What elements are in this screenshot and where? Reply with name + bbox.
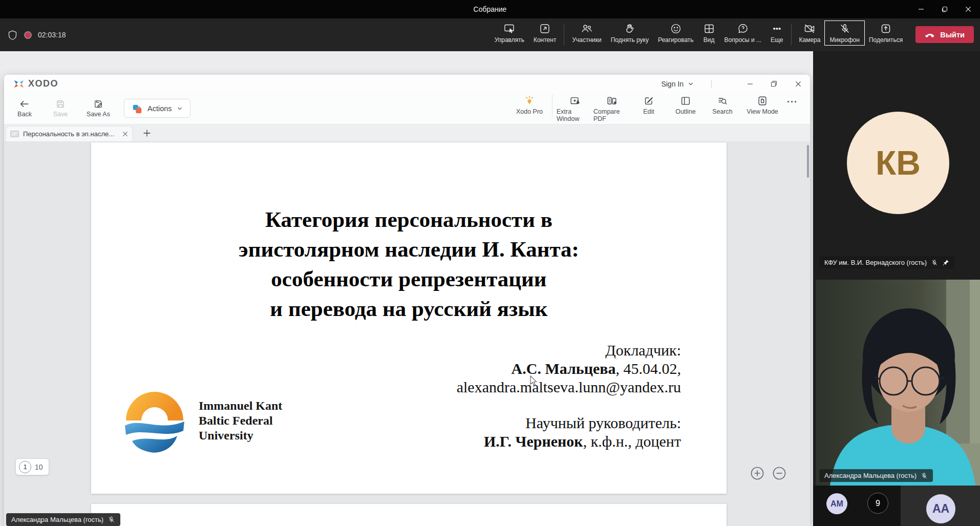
zoom-in-button[interactable] bbox=[750, 466, 764, 480]
university-name-line: Baltic Federal bbox=[199, 413, 282, 428]
xodo-window-controls bbox=[738, 75, 810, 93]
zoom-out-button[interactable] bbox=[772, 466, 786, 480]
extra-window-button[interactable]: Extra Window bbox=[557, 94, 593, 122]
pdf-page-2 bbox=[91, 504, 727, 526]
chevron-down-icon[interactable] bbox=[688, 81, 694, 87]
xodo-window: XODO Sign In bbox=[4, 75, 810, 526]
kb-name: КФУ им. В.И. Вернадского (гость) bbox=[824, 259, 927, 266]
camera-button[interactable]: Камера bbox=[795, 21, 825, 45]
share-screen-button[interactable]: Поделиться bbox=[864, 21, 907, 45]
document-tab[interactable]: Персональность в эп.насле... bbox=[6, 126, 133, 141]
back-button[interactable]: Back bbox=[12, 99, 37, 118]
participant-video-tile[interactable]: Александра Мальцева (гость) bbox=[816, 280, 980, 486]
xodo-close-button[interactable] bbox=[786, 75, 810, 93]
teams-toolbar-buttons: Управлять Контент Участники Поднять руку… bbox=[490, 18, 980, 46]
current-page-badge: 1 bbox=[19, 461, 31, 473]
xodo-more-button[interactable]: ... bbox=[784, 94, 803, 112]
outline-label: Outline bbox=[675, 108, 696, 115]
kb-initials: КВ bbox=[876, 143, 921, 182]
minimize-icon bbox=[918, 6, 924, 12]
xodo-minimize-button[interactable] bbox=[738, 75, 762, 93]
back-arrow-icon bbox=[19, 99, 30, 109]
new-tab-button[interactable] bbox=[140, 127, 154, 139]
slide-title-line: и перевода на русский язык bbox=[91, 294, 727, 324]
search-label: Search bbox=[712, 108, 733, 115]
participants-button[interactable]: Участники bbox=[567, 21, 606, 45]
participant-kb-pill: КФУ им. В.И. Вернадского (гость) bbox=[819, 256, 954, 269]
qa-button[interactable]: Вопросы и ... bbox=[720, 21, 766, 45]
mouse-cursor bbox=[530, 375, 539, 387]
content-label: Контент bbox=[534, 36, 556, 44]
actions-button[interactable]: Actions bbox=[124, 99, 190, 118]
react-button[interactable]: Реагировать bbox=[653, 21, 698, 45]
speaker-email: alexandra.maltseva.lunn@yandex.ru bbox=[457, 378, 681, 396]
presenter-name-pill: Александра Мальцева (гость) bbox=[6, 513, 120, 526]
view-mode-button[interactable]: View Mode bbox=[741, 94, 784, 115]
minimize-button[interactable] bbox=[909, 0, 933, 18]
slide-title-line: эпистолярном наследии И. Канта: bbox=[91, 235, 727, 264]
xodo-pro-button[interactable]: Xodo Pro bbox=[511, 94, 548, 115]
edit-label: Edit bbox=[643, 108, 654, 115]
xodo-titlebar: XODO Sign In bbox=[4, 75, 810, 93]
am-initials: AM bbox=[830, 499, 843, 509]
meeting-status: 02:03:18 bbox=[7, 18, 66, 51]
tab-close-icon[interactable] bbox=[122, 131, 128, 137]
content-button[interactable]: Контент bbox=[529, 21, 561, 45]
more-button[interactable]: ••• Еще bbox=[766, 21, 787, 45]
save-as-icon bbox=[93, 99, 103, 109]
document-thumbnail-icon bbox=[10, 131, 19, 137]
xodo-app-name: XODO bbox=[28, 78, 58, 89]
camera-off-icon bbox=[803, 23, 816, 35]
plus-icon bbox=[143, 129, 151, 137]
manage-button[interactable]: Управлять bbox=[490, 21, 529, 45]
question-chat-icon bbox=[737, 23, 749, 35]
more-participants-badge[interactable]: 9 bbox=[867, 493, 888, 514]
compare-pdf-button[interactable]: Compare PDF bbox=[593, 94, 630, 122]
screen-share-area: XODO Sign In bbox=[0, 51, 813, 526]
hang-up-icon bbox=[925, 29, 935, 40]
teams-window-controls bbox=[909, 0, 980, 18]
view-mode-label: View Mode bbox=[747, 108, 778, 115]
xodo-logo-icon bbox=[13, 79, 25, 89]
aa-initials: AA bbox=[932, 502, 949, 516]
edit-button[interactable]: Edit bbox=[630, 94, 667, 115]
microphone-button[interactable]: Микрофон bbox=[825, 21, 864, 45]
supervisor-name: И.Г. Черненок bbox=[484, 433, 583, 450]
close-button[interactable] bbox=[956, 0, 980, 18]
xodo-toolbar: Back Save Save As Actions bbox=[4, 93, 810, 124]
outline-button[interactable]: Outline bbox=[667, 94, 704, 115]
more-label: Еще bbox=[771, 36, 783, 44]
mic-off-icon bbox=[921, 472, 928, 479]
participant-aa-tile[interactable]: AA bbox=[901, 486, 980, 526]
university-name: Immanuel Kant Baltic Federal University bbox=[199, 398, 282, 443]
participant-am-avatar[interactable]: AM bbox=[826, 493, 847, 514]
pdf-document-area[interactable]: Категория персональности в эпистолярном … bbox=[4, 141, 810, 526]
leave-button[interactable]: Выйти bbox=[915, 26, 974, 43]
participants-overflow-row: AM 9 AA bbox=[813, 486, 980, 526]
xodo-logo: XODO bbox=[4, 78, 58, 89]
raise-hand-button[interactable]: Поднять руку bbox=[606, 21, 653, 45]
maximize-button[interactable] bbox=[933, 0, 956, 18]
tab-title: Персональность в эп.насле... bbox=[23, 130, 118, 138]
participant-kb-avatar[interactable]: КВ bbox=[847, 112, 949, 214]
mic-off-icon bbox=[839, 23, 851, 35]
sign-in-button[interactable]: Sign In bbox=[661, 80, 684, 88]
view-button[interactable]: Вид bbox=[698, 21, 720, 45]
outline-panel-icon bbox=[680, 95, 691, 107]
save-button[interactable]: Save bbox=[48, 99, 73, 118]
speaker-label: Докладчик: bbox=[457, 341, 681, 360]
actions-icon bbox=[132, 103, 143, 114]
university-name-line: University bbox=[199, 428, 282, 443]
toolbar-divider bbox=[791, 24, 792, 46]
vertical-scrollbar[interactable] bbox=[807, 145, 809, 178]
page-indicator[interactable]: 1 10 bbox=[15, 458, 49, 475]
view-mode-icon bbox=[757, 95, 768, 107]
xodo-restore-button[interactable] bbox=[762, 75, 786, 93]
meeting-title: Собрание bbox=[474, 5, 507, 13]
xodo-pro-label: Xodo Pro bbox=[516, 108, 543, 115]
save-as-button[interactable]: Save As bbox=[84, 99, 113, 118]
search-button[interactable]: Search bbox=[704, 94, 741, 115]
xodo-toolbar-left: Back Save Save As Actions bbox=[4, 99, 190, 118]
pdf-page-1: Категория персональности в эпистолярном … bbox=[91, 142, 727, 494]
share-up-icon bbox=[880, 23, 892, 35]
